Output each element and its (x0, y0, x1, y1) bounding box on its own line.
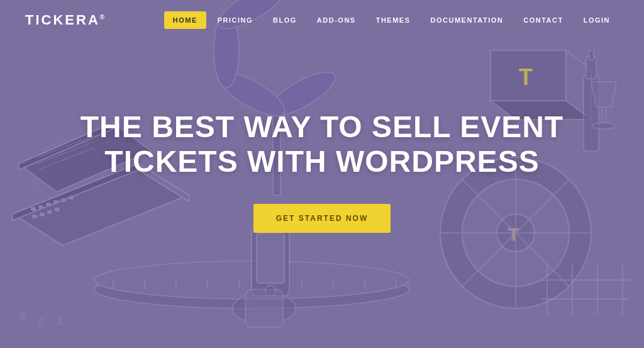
nav-link-blog[interactable]: BLOG (264, 11, 306, 29)
nav-item-login[interactable]: LOGIN (575, 11, 619, 29)
nav-link-login[interactable]: LOGIN (575, 11, 619, 29)
hero-title: THE BEST WAY TO SELL EVENT TICKETS WITH … (70, 109, 574, 179)
svg-text:3: 3 (19, 310, 26, 323)
hero-title-line1: THE BEST WAY TO SELL EVENT (80, 110, 564, 143)
nav-item-documentation[interactable]: DOCUMENTATION (422, 11, 513, 29)
hero-title-line2: TICKETS WITH WORDPRESS (104, 145, 539, 178)
logo-trademark: ® (100, 14, 106, 21)
nav-link-contact[interactable]: CONTACT (514, 11, 572, 29)
nav-link-addons[interactable]: ADD-ONS (308, 11, 365, 29)
nav-link-home[interactable]: HOME (164, 11, 206, 29)
cta-button[interactable]: GET STARTED NOW (253, 204, 391, 233)
logo-text: TICKERA (25, 12, 100, 28)
svg-rect-66 (245, 289, 283, 327)
nav-link-documentation[interactable]: DOCUMENTATION (422, 11, 513, 29)
nav-link-themes[interactable]: THEMES (367, 11, 419, 29)
hero-section: T T (0, 0, 644, 348)
svg-text:T: T (519, 64, 533, 90)
svg-text:1: 1 (57, 313, 64, 327)
hero-content: THE BEST WAY TO SELL EVENT TICKETS WITH … (0, 109, 644, 233)
nav-item-blog[interactable]: BLOG (264, 11, 306, 29)
nav-item-themes[interactable]: THEMES (367, 11, 419, 29)
nav-links: HOME PRICING BLOG ADD-ONS THEMES DOCUMEN… (164, 11, 619, 29)
svg-rect-40 (589, 50, 594, 60)
nav-item-home[interactable]: HOME (164, 11, 206, 29)
svg-text:2: 2 (38, 316, 45, 330)
svg-rect-54 (257, 233, 284, 283)
nav-link-pricing[interactable]: PRICING (209, 11, 262, 29)
nav-item-contact[interactable]: CONTACT (514, 11, 572, 29)
nav-item-addons[interactable]: ADD-ONS (308, 11, 365, 29)
navbar: TICKERA® HOME PRICING BLOG ADD-ONS THEME… (0, 0, 644, 40)
nav-item-pricing[interactable]: PRICING (209, 11, 262, 29)
logo[interactable]: TICKERA® (25, 12, 106, 28)
